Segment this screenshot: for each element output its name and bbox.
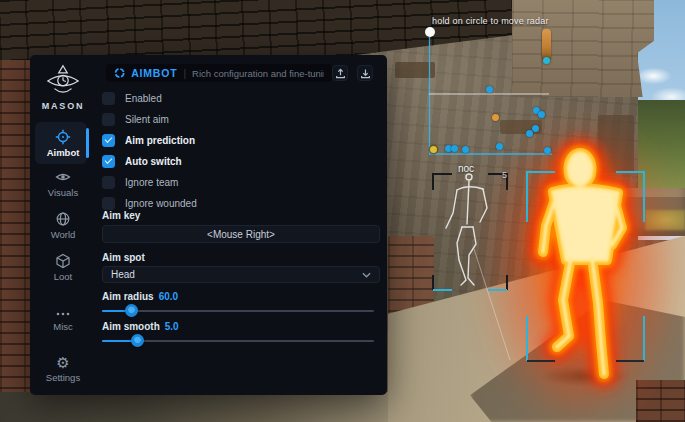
- toggle-auto-switch[interactable]: Auto switch: [102, 152, 182, 170]
- slider-knob[interactable]: [131, 334, 144, 347]
- radar-hint-text: hold on circle to move radar: [432, 16, 549, 26]
- sidebar-label: Loot: [30, 271, 96, 282]
- sidebar-item-aimbot[interactable]: Aimbot: [30, 129, 96, 158]
- toggle-label: Auto switch: [125, 156, 182, 167]
- radar-move-handle[interactable]: [425, 27, 435, 37]
- checkbox[interactable]: [102, 176, 115, 189]
- download-icon: [360, 68, 371, 79]
- sidebar-label: Visuals: [30, 187, 96, 198]
- aim-key-bind-button[interactable]: <Mouse Right>: [102, 225, 380, 243]
- toggle-silent-aim[interactable]: Silent aim: [102, 110, 169, 128]
- player-name-label: noc: [458, 163, 474, 174]
- aim-smooth-value: 5.0: [165, 321, 179, 332]
- aim-key-label: Aim key: [102, 210, 140, 221]
- hanging-item: [542, 29, 551, 59]
- header-separator: |: [183, 68, 186, 79]
- export-config-button[interactable]: [332, 65, 348, 81]
- sidebar-item-world[interactable]: World: [30, 211, 96, 240]
- sidebar-label: World: [30, 229, 96, 240]
- gear-icon: ⚙: [30, 356, 96, 370]
- chevron-down-icon: [362, 272, 371, 278]
- brand-label: MASON: [30, 101, 96, 111]
- cheat-menu-panel: MASON Aimbot Visuals: [30, 55, 387, 395]
- checkbox[interactable]: [102, 113, 115, 126]
- ellipsis-icon: [55, 309, 71, 319]
- toggle-label: Ignore wounded: [125, 198, 197, 209]
- upload-icon: [335, 68, 346, 79]
- aim-spot-dropdown[interactable]: Head: [102, 266, 380, 283]
- player-distance-label: 5: [502, 170, 507, 180]
- game-screen: hold on circle to move radar noc 5 MASON: [0, 0, 685, 422]
- aim-smooth-slider[interactable]: [102, 334, 374, 347]
- toggle-ignore-team[interactable]: Ignore team: [102, 173, 178, 191]
- sidebar-item-loot[interactable]: Loot: [30, 253, 96, 282]
- sidebar-label: Settings: [30, 372, 96, 383]
- globe-icon: [55, 211, 71, 227]
- aimbot-ring-icon: [114, 67, 125, 79]
- checkbox[interactable]: [102, 134, 115, 147]
- checkbox[interactable]: [102, 197, 115, 210]
- import-config-button[interactable]: [357, 65, 373, 81]
- section-header: AIMBOT | Rich configuration and fine-tun…: [106, 64, 332, 82]
- radar: [425, 27, 552, 154]
- item-marker-dot: [543, 57, 550, 64]
- section-title: AIMBOT: [131, 67, 177, 79]
- checkbox[interactable]: [102, 92, 115, 105]
- aim-radius-value: 60.0: [159, 291, 178, 302]
- toggle-label: Enabled: [125, 93, 162, 104]
- checkbox[interactable]: [102, 155, 115, 168]
- sidebar-label: Misc: [30, 321, 96, 332]
- toggle-aim-prediction[interactable]: Aim prediction: [102, 131, 195, 149]
- skeleton-esp: [446, 174, 487, 285]
- aim-radius-label: Aim radius60.0: [102, 291, 178, 302]
- toggle-label: Silent aim: [125, 114, 169, 125]
- skeleton-bracket: [433, 174, 507, 290]
- aim-spot-label: Aim spot: [102, 252, 145, 263]
- aim-smooth-label: Aim smooth5.0: [102, 321, 179, 332]
- sidebar-label: Aimbot: [30, 147, 96, 158]
- section-subtitle: Rich configuration and fine-tuning: [192, 68, 324, 79]
- toggle-label: Ignore team: [125, 177, 178, 188]
- loot-box-icon: [55, 253, 71, 269]
- toggle-label: Aim prediction: [125, 135, 195, 146]
- slider-track[interactable]: [102, 310, 374, 313]
- eye-icon: [55, 169, 71, 185]
- aim-radius-slider[interactable]: [102, 304, 374, 317]
- sidebar-item-misc[interactable]: Misc: [30, 309, 96, 332]
- aim-spot-value: Head: [111, 269, 135, 280]
- mason-logo-icon: [44, 63, 82, 99]
- toggle-enabled[interactable]: Enabled: [102, 89, 162, 107]
- sidebar-item-visuals[interactable]: Visuals: [30, 169, 96, 198]
- crosshair-icon: [55, 129, 71, 145]
- slider-knob[interactable]: [125, 304, 138, 317]
- sidebar-item-settings[interactable]: ⚙ Settings: [30, 356, 96, 383]
